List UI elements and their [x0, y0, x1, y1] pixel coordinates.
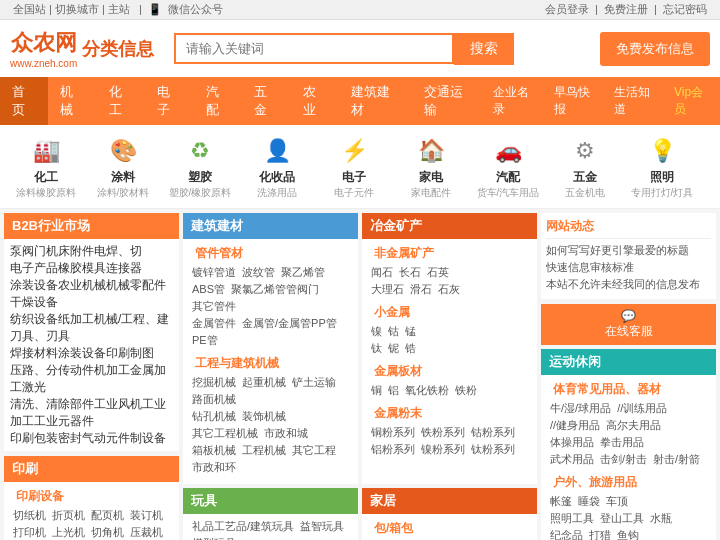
jianzhu-link[interactable]: ABS管	[192, 282, 225, 297]
yejin-link[interactable]: 铜	[371, 383, 382, 398]
cat-paint[interactable]: 🎨 涂料 涂料/胶材料	[87, 133, 159, 200]
jianzhu-link[interactable]: 金属管件	[192, 316, 236, 331]
nav-vip[interactable]: Vip会员	[666, 78, 720, 124]
yejin-link[interactable]: 闻石	[371, 265, 393, 280]
yejin-link[interactable]: 钴粉系列	[471, 425, 515, 440]
sports-link[interactable]: 睡袋	[578, 494, 600, 509]
jianzhu-link[interactable]: 工程机械	[242, 443, 286, 458]
jianzhu-link[interactable]: 其它工程机械	[192, 426, 258, 441]
yejin-link[interactable]: 石英	[427, 265, 449, 280]
site-news-item[interactable]: 快速信息审核标准	[546, 260, 711, 275]
jianzhu-link[interactable]: 钻孔机械	[192, 409, 236, 424]
yejin-link[interactable]: 氧化铁粉	[405, 383, 449, 398]
b2b-link[interactable]: 模具	[82, 261, 106, 275]
b2b-link[interactable]: 机加工	[94, 363, 130, 377]
jianzhu-link[interactable]: 市政和环	[192, 460, 236, 475]
b2b-link[interactable]: 气动元件	[82, 431, 130, 445]
nav-company[interactable]: 企业名录	[485, 78, 545, 124]
b2b-link[interactable]: 橡胶	[58, 261, 82, 275]
jianzhu-link[interactable]: 其它工程	[292, 443, 336, 458]
b2b-link[interactable]: 工业元器件	[34, 414, 94, 428]
b2b-link[interactable]: 纺织设备	[10, 312, 58, 326]
toys-link[interactable]: 模型玩具	[192, 536, 236, 540]
sports-link[interactable]: 射击/射箭	[653, 452, 700, 467]
nav-hardware[interactable]: 五金	[242, 77, 290, 125]
yejin-link[interactable]: 铝粉系列	[371, 442, 415, 457]
b2b-link[interactable]: 纸加工机械/工程、建	[58, 312, 169, 326]
yejin-link[interactable]: 镍粉系列	[421, 442, 465, 457]
b2b-link[interactable]: 连接器	[106, 261, 142, 275]
jianzhu-link[interactable]: 镀锌管道	[192, 265, 236, 280]
jianzhu-link[interactable]: 波纹管	[242, 265, 275, 280]
jianzhu-link[interactable]: 聚乙烯管	[281, 265, 325, 280]
site-news-item[interactable]: 如何写写好更引擎最爱的标题	[546, 243, 711, 258]
nav-chemical[interactable]: 化工	[97, 77, 145, 125]
b2b-link[interactable]: 印刷包装	[10, 431, 58, 445]
nav-transport[interactable]: 交通运输	[412, 77, 485, 125]
yejin-link[interactable]: 钛	[371, 341, 382, 356]
nav-auto[interactable]: 汽配	[194, 77, 242, 125]
sports-link[interactable]: 牛/湿/球用品	[550, 401, 611, 416]
yejin-link[interactable]: 镍	[371, 324, 382, 339]
cat-daily[interactable]: 👤 化收品 洗涤用品	[241, 133, 313, 200]
yinshua-link[interactable]: 折页机	[52, 508, 85, 523]
b2b-link[interactable]: 机械零配件	[106, 278, 166, 292]
jianzhu-link[interactable]: PE管	[192, 333, 218, 348]
sports-link[interactable]: 打猎	[589, 528, 611, 540]
yejin-link[interactable]: 铁粉	[455, 383, 477, 398]
yejin-link[interactable]: 钛粉系列	[471, 442, 515, 457]
jianzhu-link[interactable]: 聚氯乙烯管管阀门	[231, 282, 319, 297]
sports-link[interactable]: 高尔夫用品	[606, 418, 661, 433]
cat-chemical[interactable]: 🏭 化工 涂料橡胶原料	[10, 133, 82, 200]
sports-link[interactable]: //健身用品	[550, 418, 600, 433]
b2b-link[interactable]: 制图	[130, 346, 154, 360]
nav-electronics[interactable]: 电子	[145, 77, 193, 125]
yinshua-link[interactable]: 切角机	[91, 525, 124, 540]
nav-home[interactable]: 首页	[0, 77, 48, 125]
forgot-link[interactable]: 忘记密码	[663, 3, 707, 15]
jianzhu-link[interactable]: 市政和城	[264, 426, 308, 441]
nav-news[interactable]: 早鸟快报	[546, 78, 606, 124]
b2b-link[interactable]: 刀具、刃具	[10, 329, 70, 343]
b2b-link[interactable]: 激光	[22, 380, 46, 394]
yejin-link[interactable]: 长石	[399, 265, 421, 280]
yinshua-link[interactable]: 配页机	[91, 508, 124, 523]
b2b-link[interactable]: 焊接材料	[10, 346, 58, 360]
sports-link[interactable]: 击剑/射击	[600, 452, 647, 467]
yinshua-link[interactable]: 上光机	[52, 525, 85, 540]
nav-machinery[interactable]: 机械	[48, 77, 96, 125]
cat-hardware[interactable]: ⚙ 五金 五金机电	[549, 133, 621, 200]
sports-link[interactable]: 拳击用品	[600, 435, 644, 450]
b2b-link[interactable]: 压路、分	[10, 363, 58, 377]
jianzhu-link[interactable]: 起重机械	[242, 375, 286, 390]
b2b-link[interactable]: 泵	[10, 244, 22, 258]
yejin-link[interactable]: 锆	[405, 341, 416, 356]
register-link[interactable]: 免费注册	[604, 3, 648, 15]
b2b-link[interactable]: 工业风机	[94, 397, 142, 411]
jianzhu-link[interactable]: 装饰机械	[242, 409, 286, 424]
sports-link[interactable]: 纪念品	[550, 528, 583, 540]
toys-link[interactable]: 益智玩具	[300, 519, 344, 534]
nav-construction[interactable]: 建筑建材	[339, 77, 412, 125]
b2b-link[interactable]: 密封	[58, 431, 82, 445]
b2b-link[interactable]: 传动件	[58, 363, 94, 377]
yinshua-link[interactable]: 切纸机	[13, 508, 46, 523]
search-button[interactable]: 搜索	[454, 33, 514, 65]
b2b-link[interactable]: 阀门	[22, 244, 46, 258]
sports-link[interactable]: 武术用品	[550, 452, 594, 467]
sports-link[interactable]: 水瓶	[650, 511, 672, 526]
b2b-link[interactable]: 干燥设备	[10, 295, 58, 309]
toys-link[interactable]: 礼品工艺品/建筑玩具	[192, 519, 294, 534]
jianzhu-link[interactable]: 金属管/金属管PP管	[242, 316, 337, 331]
yejin-link[interactable]: 铌	[388, 341, 399, 356]
b2b-link[interactable]: 电焊、切	[94, 244, 142, 258]
cat-lighting[interactable]: 💡 照明 专用打灯/灯具	[626, 133, 698, 200]
sports-link[interactable]: 车顶	[606, 494, 628, 509]
b2b-link[interactable]: 机床附件	[46, 244, 94, 258]
weixin-link[interactable]: 微信公众号	[168, 3, 223, 15]
cat-appliance[interactable]: 🏠 家电 家电配件	[395, 133, 467, 200]
search-input[interactable]	[174, 33, 454, 64]
yejin-link[interactable]: 大理石	[371, 282, 404, 297]
b2b-link[interactable]: 制设备	[130, 431, 166, 445]
jianzhu-link[interactable]: 铲土运输	[292, 375, 336, 390]
